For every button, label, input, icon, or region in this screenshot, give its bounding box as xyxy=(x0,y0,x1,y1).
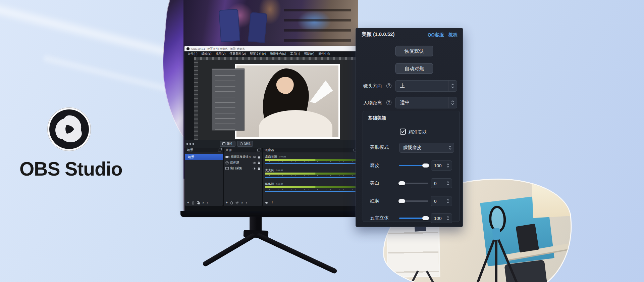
gaming-chair xyxy=(219,9,240,42)
camera-direction-select[interactable]: 上 xyxy=(395,80,457,92)
chevron-up-down-icon xyxy=(448,97,457,108)
menu-help[interactable]: 帮助(H) xyxy=(302,51,317,56)
tutorial-link[interactable]: 教程 xyxy=(448,32,458,38)
volume-slider[interactable] xyxy=(265,191,356,192)
help-icon[interactable]: ? xyxy=(386,100,391,105)
menu-view[interactable]: 视图(V) xyxy=(214,51,228,56)
volume-meter xyxy=(265,186,356,188)
whitening-label: 美白 xyxy=(370,180,379,186)
source-properties-gear-icon[interactable] xyxy=(235,201,239,204)
whitening-slider[interactable] xyxy=(399,181,428,185)
properties-button[interactable]: 属性 xyxy=(220,141,235,147)
subject-distance-select[interactable]: 适中 xyxy=(395,97,457,108)
remove-scene-icon[interactable] xyxy=(192,201,195,204)
popout-icon[interactable] xyxy=(218,149,221,151)
portrait-photo xyxy=(235,64,340,139)
sources-toolbar: + ∧ ∨ xyxy=(226,201,248,204)
white-wing-decor xyxy=(310,78,335,106)
smoothing-value-stepper[interactable]: 100 xyxy=(431,160,452,171)
obs-main-window: OBS 29.1.1 - 配置文件: 未命名 - 场景: 未命名 文件(F) 编… xyxy=(184,46,358,211)
menu-file[interactable]: 文件(F) xyxy=(185,51,200,56)
brand-wordmark: OBS Studio xyxy=(19,158,122,180)
scenes-dock-header[interactable]: 场景 xyxy=(185,148,223,152)
help-icon[interactable]: ? xyxy=(386,83,391,88)
precise-skin-checkbox[interactable] xyxy=(400,129,406,135)
volume-slider[interactable] xyxy=(265,177,356,178)
chevron-up-down-icon xyxy=(448,81,457,91)
move-source-down-icon[interactable]: ∨ xyxy=(246,201,248,204)
scene-filters-icon[interactable] xyxy=(197,201,200,204)
slider-handle[interactable] xyxy=(422,216,429,220)
slider-handle[interactable] xyxy=(398,199,405,203)
media-icon xyxy=(225,161,229,164)
slider-handle[interactable] xyxy=(398,181,405,185)
move-scene-up-icon[interactable]: ∧ xyxy=(202,201,204,204)
monitor-stand-leg xyxy=(202,233,256,267)
context-mini-icon xyxy=(186,143,188,145)
beauty-filter-panel: 美颜 (1.0.0.52) QQ客服 教程 恢复默认 自动对焦 镜头方向 ? 上… xyxy=(356,28,463,227)
autofocus-button[interactable]: 自动对焦 xyxy=(395,63,433,74)
monitor-bezel xyxy=(180,211,362,217)
window-icon xyxy=(225,167,229,170)
menu-profile[interactable]: 配置文件(P) xyxy=(248,51,268,56)
context-mini-icon xyxy=(193,143,194,145)
stepper-arrows-icon[interactable] xyxy=(446,216,449,221)
group-title: 基础美颜 xyxy=(368,115,386,121)
bright-window xyxy=(531,176,574,218)
lock-icon[interactable] xyxy=(258,155,260,159)
visibility-eye-icon[interactable] xyxy=(253,156,256,158)
face-3d-value-stepper[interactable]: 100 xyxy=(431,213,452,223)
skin-mode-select[interactable]: 朦胧磨皮 xyxy=(399,143,454,153)
scene-list-item-selected[interactable]: 场景 xyxy=(185,154,223,160)
filters-button[interactable]: 滤镜 xyxy=(237,141,253,147)
desk-monitor xyxy=(516,224,539,252)
rosy-slider[interactable] xyxy=(399,199,428,203)
captured-app-settings-panel xyxy=(212,69,244,130)
mixer-dock-header[interactable]: 混音器 xyxy=(263,148,358,152)
menu-edit[interactable]: 编辑(E) xyxy=(200,51,214,56)
menu-scene-collection[interactable]: 场景集合(S) xyxy=(268,51,288,56)
add-source-icon[interactable]: + xyxy=(226,201,228,204)
sources-dock-header[interactable]: 来源 xyxy=(224,148,262,152)
whitening-value-stepper[interactable]: 0 xyxy=(431,178,452,188)
stepper-arrows-icon[interactable] xyxy=(446,181,449,186)
source-row[interactable]: 视频采集设备A xyxy=(224,154,262,160)
speaker-icon[interactable] xyxy=(265,201,268,204)
menu-tools[interactable]: 工具(T) xyxy=(288,51,302,56)
add-scene-icon[interactable]: + xyxy=(187,201,189,204)
gaming-chair xyxy=(248,12,267,43)
visibility-eye-icon[interactable] xyxy=(253,161,256,164)
context-mini-icon xyxy=(190,143,191,145)
move-source-up-icon[interactable]: ∧ xyxy=(241,201,243,204)
stepper-arrows-icon[interactable] xyxy=(446,163,449,168)
shelf-silhouette xyxy=(284,1,351,42)
basic-beauty-group: 基础美颜 精准美肤 美肤模式 朦胧磨皮 磨皮 100 xyxy=(363,111,460,222)
obs-title-bar[interactable]: OBS 29.1.1 - 配置文件: 未命名 - 场景: 未命名 xyxy=(184,46,358,51)
mixer-more-icon[interactable]: ⋮ xyxy=(271,201,274,204)
restore-defaults-button[interactable]: 恢复默认 xyxy=(395,46,433,56)
popout-icon[interactable] xyxy=(257,149,260,151)
subject-distance-label: 人物距离 xyxy=(363,100,382,106)
slider-handle[interactable] xyxy=(422,163,429,168)
menu-plugin-center[interactable]: 插件中心 xyxy=(316,51,332,56)
source-row[interactable]: 窗口采集 xyxy=(224,166,262,171)
filters-icon xyxy=(240,142,243,145)
move-scene-down-icon[interactable]: ∨ xyxy=(207,201,209,204)
face-3d-slider[interactable] xyxy=(399,216,428,220)
remove-source-icon[interactable] xyxy=(230,201,233,204)
volume-slider[interactable] xyxy=(265,163,356,164)
scenes-dock: 场景 场景 + ∧ ∨ xyxy=(185,148,223,206)
menu-docks[interactable]: 停靠部件(D) xyxy=(228,51,248,56)
obs-preview-area[interactable] xyxy=(184,56,358,140)
smoothing-slider[interactable] xyxy=(399,163,428,168)
lock-icon[interactable] xyxy=(258,161,260,164)
lock-icon[interactable] xyxy=(258,167,260,170)
obs-app-icon xyxy=(186,47,190,50)
scenes-toolbar: + ∧ ∨ xyxy=(187,201,209,204)
qq-support-link[interactable]: QQ客服 xyxy=(428,32,444,38)
stepper-arrows-icon[interactable] xyxy=(446,199,449,203)
properties-icon xyxy=(222,142,225,145)
source-row[interactable]: 媒体源 xyxy=(224,160,262,166)
visibility-eye-icon[interactable] xyxy=(253,167,256,170)
rosy-value-stepper[interactable]: 0 xyxy=(431,196,452,206)
